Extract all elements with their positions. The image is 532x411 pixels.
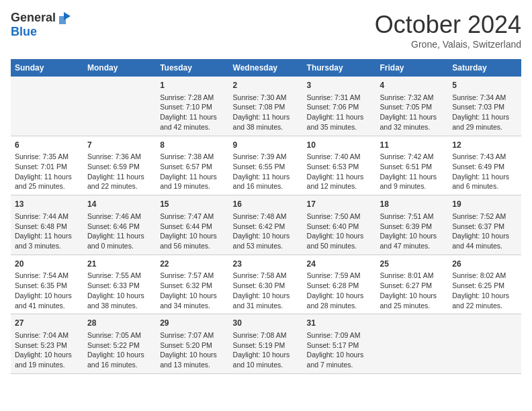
week-row-1: 1Sunrise: 7:28 AMSunset: 7:10 PMDaylight… (11, 77, 521, 136)
day-number: 30 (233, 318, 299, 329)
calendar-cell: 23Sunrise: 7:58 AMSunset: 6:30 PMDayligh… (229, 255, 303, 314)
column-header-monday: Monday (83, 59, 156, 77)
calendar-cell: 27Sunrise: 7:04 AMSunset: 5:23 PMDayligh… (11, 314, 83, 374)
month-title: October 2024 (375, 11, 521, 39)
calendar-cell: 15Sunrise: 7:47 AMSunset: 6:44 PMDayligh… (156, 195, 228, 255)
day-info: Sunrise: 7:42 AMSunset: 6:51 PMDaylight:… (380, 152, 444, 191)
day-number: 25 (380, 259, 444, 270)
week-row-2: 6Sunrise: 7:35 AMSunset: 7:01 PMDaylight… (11, 136, 521, 195)
calendar-cell: 3Sunrise: 7:31 AMSunset: 7:06 PMDaylight… (303, 77, 376, 136)
day-info: Sunrise: 7:39 AMSunset: 6:55 PMDaylight:… (233, 152, 299, 191)
day-info: Sunrise: 7:44 AMSunset: 6:48 PMDaylight:… (15, 212, 79, 251)
calendar-cell: 20Sunrise: 7:54 AMSunset: 6:35 PMDayligh… (11, 255, 83, 314)
page-header: General Blue October 2024 Grone, Valais,… (11, 11, 521, 50)
day-number: 10 (307, 140, 372, 151)
day-info: Sunrise: 7:55 AMSunset: 6:33 PMDaylight:… (87, 271, 152, 310)
day-number: 1 (160, 80, 224, 91)
week-row-4: 20Sunrise: 7:54 AMSunset: 6:35 PMDayligh… (11, 255, 521, 314)
calendar-cell: 28Sunrise: 7:05 AMSunset: 5:22 PMDayligh… (83, 314, 156, 374)
calendar-cell: 30Sunrise: 7:08 AMSunset: 5:19 PMDayligh… (229, 314, 303, 374)
calendar-cell: 8Sunrise: 7:38 AMSunset: 6:57 PMDaylight… (156, 136, 228, 195)
calendar-cell: 2Sunrise: 7:30 AMSunset: 7:08 PMDaylight… (229, 77, 303, 136)
day-number: 23 (233, 259, 299, 270)
day-number: 11 (380, 140, 444, 151)
day-info: Sunrise: 7:43 AMSunset: 6:49 PMDaylight:… (452, 152, 517, 191)
day-number: 19 (452, 199, 517, 210)
calendar-cell: 5Sunrise: 7:34 AMSunset: 7:03 PMDaylight… (448, 77, 521, 136)
day-info: Sunrise: 7:57 AMSunset: 6:32 PMDaylight:… (160, 271, 224, 310)
calendar-cell: 13Sunrise: 7:44 AMSunset: 6:48 PMDayligh… (11, 195, 83, 255)
day-number: 27 (15, 318, 79, 329)
day-info: Sunrise: 7:07 AMSunset: 5:20 PMDaylight:… (160, 330, 224, 370)
day-info: Sunrise: 7:08 AMSunset: 5:19 PMDaylight:… (233, 330, 299, 370)
calendar-cell: 31Sunrise: 7:09 AMSunset: 5:17 PMDayligh… (303, 314, 376, 374)
calendar-cell (83, 77, 156, 136)
day-number: 15 (160, 199, 224, 210)
day-number: 13 (15, 199, 79, 210)
day-info: Sunrise: 7:48 AMSunset: 6:42 PMDaylight:… (233, 212, 299, 251)
day-info: Sunrise: 7:46 AMSunset: 6:46 PMDaylight:… (87, 212, 152, 251)
day-number: 29 (160, 318, 224, 329)
day-number: 14 (87, 199, 152, 210)
week-row-3: 13Sunrise: 7:44 AMSunset: 6:48 PMDayligh… (11, 195, 521, 255)
calendar-cell: 22Sunrise: 7:57 AMSunset: 6:32 PMDayligh… (156, 255, 228, 314)
calendar-cell: 17Sunrise: 7:50 AMSunset: 6:40 PMDayligh… (303, 195, 376, 255)
calendar-table: SundayMondayTuesdayWednesdayThursdayFrid… (11, 59, 521, 374)
day-number: 12 (452, 140, 517, 151)
svg-marker-1 (59, 16, 66, 24)
column-header-friday: Friday (375, 59, 448, 77)
calendar-cell: 25Sunrise: 8:01 AMSunset: 6:27 PMDayligh… (375, 255, 448, 314)
day-number: 31 (307, 318, 372, 329)
column-header-saturday: Saturday (448, 59, 521, 77)
calendar-cell: 19Sunrise: 7:52 AMSunset: 6:37 PMDayligh… (448, 195, 521, 255)
day-number: 28 (87, 318, 152, 329)
day-number: 17 (307, 199, 372, 210)
day-info: Sunrise: 7:32 AMSunset: 7:05 PMDaylight:… (380, 93, 444, 132)
column-header-wednesday: Wednesday (229, 59, 303, 77)
location: Grone, Valais, Switzerland (375, 39, 521, 50)
day-info: Sunrise: 7:35 AMSunset: 7:01 PMDaylight:… (15, 152, 79, 191)
day-number: 9 (233, 140, 299, 151)
calendar-cell: 18Sunrise: 7:51 AMSunset: 6:39 PMDayligh… (375, 195, 448, 255)
calendar-cell: 14Sunrise: 7:46 AMSunset: 6:46 PMDayligh… (83, 195, 156, 255)
calendar-cell: 26Sunrise: 8:02 AMSunset: 6:25 PMDayligh… (448, 255, 521, 314)
calendar-cell: 6Sunrise: 7:35 AMSunset: 7:01 PMDaylight… (11, 136, 83, 195)
logo-blue: Blue (11, 25, 37, 38)
day-info: Sunrise: 7:58 AMSunset: 6:30 PMDaylight:… (233, 271, 299, 310)
calendar-cell: 12Sunrise: 7:43 AMSunset: 6:49 PMDayligh… (448, 136, 521, 195)
day-info: Sunrise: 8:01 AMSunset: 6:27 PMDaylight:… (380, 271, 444, 310)
calendar-cell: 21Sunrise: 7:55 AMSunset: 6:33 PMDayligh… (83, 255, 156, 314)
column-header-thursday: Thursday (303, 59, 376, 77)
calendar-cell: 29Sunrise: 7:07 AMSunset: 5:20 PMDayligh… (156, 314, 228, 374)
day-info: Sunrise: 7:28 AMSunset: 7:10 PMDaylight:… (160, 93, 224, 132)
day-info: Sunrise: 7:59 AMSunset: 6:28 PMDaylight:… (307, 271, 372, 310)
calendar-cell (11, 77, 83, 136)
day-number: 21 (87, 259, 152, 270)
day-info: Sunrise: 7:36 AMSunset: 6:59 PMDaylight:… (87, 152, 152, 191)
calendar-cell: 16Sunrise: 7:48 AMSunset: 6:42 PMDayligh… (229, 195, 303, 255)
day-number: 5 (452, 80, 517, 91)
week-row-5: 27Sunrise: 7:04 AMSunset: 5:23 PMDayligh… (11, 314, 521, 374)
day-info: Sunrise: 7:30 AMSunset: 7:08 PMDaylight:… (233, 93, 299, 132)
day-info: Sunrise: 8:02 AMSunset: 6:25 PMDaylight:… (452, 271, 517, 310)
day-info: Sunrise: 7:05 AMSunset: 5:22 PMDaylight:… (87, 330, 152, 370)
calendar-cell (375, 314, 448, 374)
day-number: 20 (15, 259, 79, 270)
day-info: Sunrise: 7:52 AMSunset: 6:37 PMDaylight:… (452, 212, 517, 251)
day-number: 4 (380, 80, 444, 91)
day-number: 26 (452, 259, 517, 270)
day-info: Sunrise: 7:04 AMSunset: 5:23 PMDaylight:… (15, 330, 79, 370)
logo: General Blue (11, 11, 72, 39)
column-header-tuesday: Tuesday (156, 59, 228, 77)
day-info: Sunrise: 7:47 AMSunset: 6:44 PMDaylight:… (160, 212, 224, 251)
calendar-cell: 1Sunrise: 7:28 AMSunset: 7:10 PMDaylight… (156, 77, 228, 136)
calendar-cell: 11Sunrise: 7:42 AMSunset: 6:51 PMDayligh… (375, 136, 448, 195)
day-info: Sunrise: 7:40 AMSunset: 6:53 PMDaylight:… (307, 152, 372, 191)
calendar-cell (448, 314, 521, 374)
day-number: 3 (307, 80, 372, 91)
logo-icon (57, 11, 72, 26)
calendar-cell: 7Sunrise: 7:36 AMSunset: 6:59 PMDaylight… (83, 136, 156, 195)
calendar-header-row: SundayMondayTuesdayWednesdayThursdayFrid… (11, 59, 521, 77)
day-number: 22 (160, 259, 224, 270)
calendar-cell: 4Sunrise: 7:32 AMSunset: 7:05 PMDaylight… (375, 77, 448, 136)
